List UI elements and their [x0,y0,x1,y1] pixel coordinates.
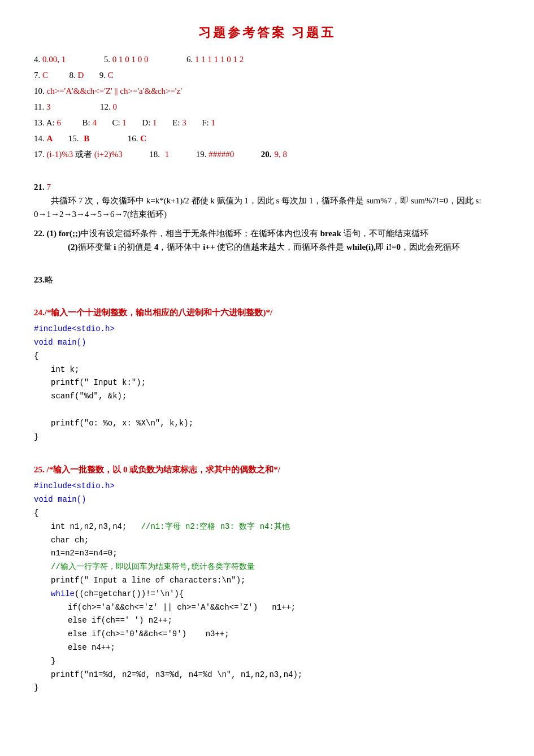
q13-a: A: [46,118,57,127]
code-line: #include<stdio.h> [34,323,500,336]
q22-section: 22. (1) for(;;)中没有设定循环条件，相当于无条件地循环；在循环体内… [34,227,500,254]
q13-e: E: [172,118,182,127]
code-line: char ch; [34,534,500,548]
code-line: if(ch>='a'&&ch<='z' || ch>='A'&&ch<='Z')… [34,601,500,615]
code-line: printf("o: %o, x: %X\n", k,k); [34,417,500,431]
code-line: else n4++; [34,641,500,655]
q20-answer: 9, 8 [275,150,288,159]
q11-answer: 3 [46,102,51,111]
q15-answer: B [84,134,89,143]
q12-answer: 0 [112,102,117,111]
answer-line-4: 11. 3 12. 0 [34,100,500,114]
q7-label: 7. [34,71,42,80]
q18-label: 18. [149,150,162,159]
page-title: 习题参考答案 习题五 [34,23,500,42]
code-line: else if(ch==' ') n2++; [34,614,500,628]
q24-code: #include<stdio.h> void main() { int k; p… [34,323,500,444]
q4-label: 4. [34,55,42,64]
q7-answer: C [42,71,48,80]
q14-label: 14. [34,134,47,143]
q25-code: #include<stdio.h> void main() { int n1,n… [34,480,500,695]
code-line: printf(" Input k:"); [34,376,500,390]
code-line: int k; [34,363,500,377]
q11-label: 11. [34,102,46,111]
q18-answer: 1 [165,150,170,159]
code-line [34,403,500,417]
q10-answer: ch>='A'&&ch<='Z' || ch>='a'&&ch>='z' [47,86,182,95]
q13-f: F: [202,118,211,127]
q22-header: 22. (1) for(;;)中没有设定循环条件，相当于无条件地循环；在循环体内… [34,227,500,240]
q13-d: D: [142,118,153,127]
q17-label: 17. [34,150,47,159]
q25-section: 25. /*输入一批整数，以 0 或负数为结束标志，求其中的偶数之和*/ #in… [34,463,500,695]
code-line: } [34,655,500,668]
code-line: printf(" Input a line of characters:\n")… [34,574,500,588]
code-line: while((ch=getchar())!='\n'){ [34,588,500,601]
q22-part1: (1) for(;;)中没有设定循环条件，相当于无条件地循环；在循环体内也没有 … [47,229,428,238]
q5-answer: 0 1 0 1 0 0 [112,55,149,64]
code-line: #include<stdio.h> [34,480,500,493]
code-line: } [34,681,500,695]
answer-line-7: 17. (i-1)%3 或者 (i+2)%3 18. 1 19. #####0 … [34,147,500,161]
q24-header: 24./*输入一个十进制整数，输出相应的八进制和十六进制整数)*/ [34,306,500,319]
answer-line-1: 4. 0.00, 1 5. 0 1 0 1 0 0 6. 1 1 1 1 1 0… [34,53,500,66]
code-line: } [34,431,500,444]
q5-label: 5. [104,55,112,64]
q24-title: /*输入一个十进制整数，输出相应的八进制和十六进制整数)*/ [45,308,272,317]
q23-answer: 略 [45,275,53,284]
q13-c: C: [112,118,122,127]
code-line: { [34,507,500,520]
q23-header: 23.略 [34,273,500,286]
q10-label: 10. [34,86,47,95]
code-line: void main() [34,493,500,507]
q21-header: 21. 7 [34,180,500,194]
code-line: void main() [34,336,500,350]
q16-label: 16. [128,134,141,143]
code-line: int n1,n2,n3,n4; //n1:字母 n2:空格 n3: 数字 n4… [34,520,500,534]
answer-line-2: 7. C 8. D 9. C [34,68,500,82]
answer-line-6: 14. A 15. B 16. C [34,132,500,145]
code-line: //输入一行字符，即以回车为结束符号,统计各类字符数量 [34,561,500,574]
code-line: { [34,350,500,363]
q15-label: 15. [68,134,81,143]
q13-label: 13. [34,118,46,127]
q21-section: 21. 7 共循环 7 次，每次循环中 k=k*(k+1)/2 都使 k 赋值为… [34,180,500,221]
q21-explain: 共循环 7 次，每次循环中 k=k*(k+1)/2 都使 k 赋值为 1，因此 … [34,194,500,221]
code-line: else if(ch>='0'&&ch<='9') n3++; [34,628,500,641]
q24-section: 24./*输入一个十进制整数，输出相应的八进制和十六进制整数)*/ #inclu… [34,306,500,444]
q13-b: B: [82,118,92,127]
q14-answer: A [47,134,53,143]
answer-line-5: 13. A: 6 B: 4 C: 1 D: 1 E: 3 F: 1 [34,116,500,129]
q23-section: 23.略 [34,273,500,286]
q8-label: 8. [70,71,78,80]
q6-answer: 1 1 1 1 1 0 1 2 [195,55,244,64]
q17-answer: (i-1)%3 [47,150,73,159]
code-line: printf("n1=%d, n2=%d, n3=%d, n4=%d \n", … [34,668,500,682]
q25-header: 25. /*输入一批整数，以 0 或负数为结束标志，求其中的偶数之和*/ [34,463,500,476]
q20-label: 20. [261,150,272,159]
q19-answer: #####0 [209,150,234,159]
code-line: n1=n2=n3=n4=0; [34,547,500,561]
code-line: scanf("%d", &k); [34,390,500,403]
q8-answer: D [78,71,84,80]
q17-answer-alt: (i+2)%3 [94,150,123,159]
q6-label: 6. [186,55,195,64]
q4-answer: 0.00, 1 [42,55,66,64]
answers-section: 4. 0.00, 1 5. 0 1 0 1 0 0 6. 1 1 1 1 1 0… [34,53,500,161]
q22-part2: (2)循环变量 i 的初值是 4，循环体中 i++ 使它的值越来越大，而循环条件… [34,240,500,254]
q9-label: 9. [99,71,108,80]
q25-title: /*输入一批整数，以 0 或负数为结束标志，求其中的偶数之和*/ [47,465,280,474]
answer-line-3: 10. ch>='A'&&ch<='Z' || ch>='a'&&ch>='z' [34,84,500,98]
q9-answer: C [108,71,114,80]
q19-label: 19. [196,150,209,159]
q16-answer: C [140,134,146,143]
q12-label: 12. [100,102,113,111]
